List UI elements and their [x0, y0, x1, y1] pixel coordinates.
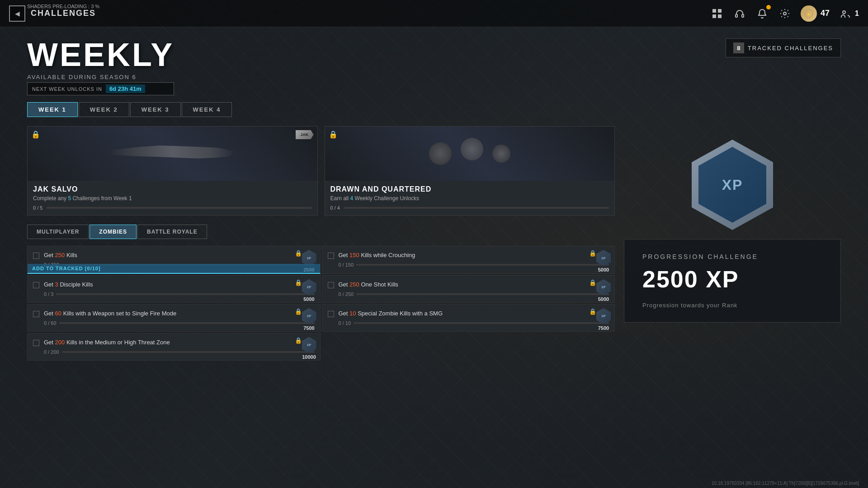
xp-medal: XP: [687, 140, 778, 230]
xp-badge-7: XP 10000: [302, 337, 316, 360]
tracked-count: 8: [733, 42, 744, 53]
xp-badge-2: XP 5000: [596, 250, 611, 272]
reward-desc-1: Complete any 5 Challenges from Week 1: [33, 195, 312, 202]
xp-amount-3: 5000: [303, 296, 314, 302]
reward-card-image-1: 🔒 JAK: [28, 127, 317, 181]
xp-hex-5: XP: [302, 308, 316, 324]
challenge-bar-6: [354, 322, 609, 324]
page-title: CHALLENGES: [31, 9, 96, 18]
settings-icon[interactable]: [778, 7, 792, 20]
reward-card-info-2: DRAWN AND QUARTERED Earn all 4 Weekly Ch…: [325, 181, 615, 215]
challenge-content-3: Get 3 Disciple Kills 0 / 3: [44, 281, 315, 297]
unlock-badge: NEXT WEEK UNLOCKS IN 6d 23h 41m: [27, 82, 174, 95]
tab-battle-royale[interactable]: BATTLE ROYALE: [137, 225, 207, 239]
challenge-checkbox-6[interactable]: [328, 311, 334, 317]
card-logo: JAK: [296, 130, 314, 139]
challenge-lock-5: 🔒: [295, 308, 302, 315]
challenge-content-4: Get 250 One Shot Kills 0 / 250: [339, 281, 609, 297]
right-panel: XP PROGRESSION CHALLENGE 2500 XP Progres…: [624, 126, 841, 361]
challenge-lock-3: 🔒: [295, 279, 302, 286]
challenge-item-7: Get 200 Kills in the Medium or High Thre…: [27, 333, 321, 361]
progression-title: PROGRESSION CHALLENGE: [642, 253, 822, 260]
xp-hex-2: XP: [596, 250, 611, 266]
lock-icon-1: 🔒: [31, 130, 40, 139]
notification-icon[interactable]: [755, 7, 769, 20]
add-to-tracked-btn[interactable]: ADD TO TRACKED [0/10]: [28, 264, 320, 273]
xp-display: ⚡ 47: [801, 5, 830, 22]
challenge-checkbox-2[interactable]: [328, 253, 334, 259]
progression-xp: 2500 XP: [642, 266, 822, 293]
challenge-item-3: Get 3 Disciple Kills 0 / 3 🔒 XP 5000: [27, 275, 321, 303]
progress-bar-1: [46, 207, 311, 209]
unlock-label: NEXT WEEK UNLOCKS IN: [32, 86, 102, 92]
reward-name-2: DRAWN AND QUARTERED: [330, 185, 609, 193]
reward-cards: 🔒 JAK JAK SALVO Complete any 5 Challenge…: [27, 126, 615, 216]
tab-week4[interactable]: WEEK 4: [182, 102, 232, 117]
challenge-bar-2: [356, 264, 609, 266]
xp-hex-4: XP: [596, 279, 611, 296]
challenge-content-6: Get 10 Special Zombie Kills with a SMG 0…: [339, 310, 609, 326]
challenge-checkbox-7[interactable]: [33, 340, 39, 346]
left-column: 🔒 JAK JAK SALVO Complete any 5 Challenge…: [27, 126, 615, 361]
mode-tabs: MULTIPLAYER ZOMBIES BATTLE ROYALE: [27, 225, 615, 239]
challenge-bar-4: [356, 293, 609, 295]
reward-card-jak-salvo: 🔒 JAK JAK SALVO Complete any 5 Challenge…: [27, 126, 318, 216]
challenge-lock-7: 🔒: [295, 337, 302, 344]
challenge-progress-4: 0 / 250: [339, 291, 609, 297]
challenge-title-2: Get 150 Kills while Crouching: [339, 252, 609, 259]
hexagon-outer: XP: [692, 140, 773, 230]
tab-zombies[interactable]: ZOMBIES: [90, 225, 137, 239]
challenge-grid: Get 250 Kills 0 / 250 🔒 XP 2500 ADD TO T…: [27, 246, 615, 361]
debug-text: 10.18.19750334 [86:162:11278+11:A] Th[72…: [712, 481, 859, 486]
progression-desc: Progression towards your Rank: [642, 302, 822, 309]
desc-suffix: Challenges from Week 1: [71, 195, 132, 202]
tab-week1[interactable]: WEEK 1: [27, 102, 78, 117]
challenge-checkbox-5[interactable]: [33, 311, 39, 317]
progress-label-2: 0 / 4: [330, 205, 340, 211]
xp-amount-6: 7500: [598, 325, 609, 331]
challenge-item-5: Get 60 Kills with a Weapon set to Single…: [27, 304, 321, 332]
notification-badge: [766, 5, 771, 9]
progression-card: PROGRESSION CHALLENGE 2500 XP Progressio…: [624, 239, 841, 323]
grid-icon[interactable]: [710, 7, 724, 20]
challenge-item-1: Get 250 Kills 0 / 250 🔒 XP 2500 ADD TO T…: [27, 246, 321, 274]
xp-amount-4: 5000: [598, 296, 609, 302]
friends-display: 1: [839, 7, 859, 20]
back-button[interactable]: [9, 5, 25, 22]
lock-icon-2: 🔒: [329, 130, 338, 139]
challenge-content-7: Get 200 Kills in the Medium or High Thre…: [44, 339, 315, 355]
challenge-bar-7: [62, 351, 315, 353]
challenge-checkbox-3[interactable]: [33, 282, 39, 288]
tab-week2[interactable]: WEEK 2: [79, 102, 129, 117]
weekly-title: WEEKLY: [27, 38, 174, 71]
tracked-label: TRACKED CHALLENGES: [748, 45, 833, 52]
xp-hex-3: XP: [302, 279, 316, 296]
tracked-info[interactable]: 8 TRACKED CHALLENGES: [726, 38, 841, 57]
season-info: AVAILABLE DURING SEASON 6 NEXT WEEK UNLO…: [27, 74, 174, 95]
challenge-content-5: Get 60 Kills with a Weapon set to Single…: [44, 310, 315, 326]
challenge-bar-5: [59, 322, 315, 324]
challenge-bar-3: [56, 293, 314, 295]
top-bar: CHALLENGES SHADERS PRE-LOADING : 3 %: [0, 0, 868, 27]
challenge-checkbox-1[interactable]: [33, 253, 39, 259]
progress-bar-2: [344, 207, 609, 209]
svg-rect-1: [718, 9, 722, 13]
tab-multiplayer[interactable]: MULTIPLAYER: [27, 225, 89, 239]
svg-rect-2: [712, 14, 716, 18]
main-layout: 🔒 JAK JAK SALVO Complete any 5 Challenge…: [0, 126, 868, 361]
desc-prefix: Complete any: [33, 195, 68, 202]
xp-hex-7: XP: [302, 337, 316, 353]
xp-badge-5: XP 7500: [302, 308, 316, 331]
reward-name-1: JAK SALVO: [33, 185, 312, 193]
challenge-checkbox-4[interactable]: [328, 282, 334, 288]
challenge-lock-1: 🔒: [295, 250, 302, 257]
svg-text:⚡: ⚡: [807, 12, 811, 16]
tab-week3[interactable]: WEEK 3: [130, 102, 181, 117]
challenge-item-empty: [322, 333, 615, 361]
friends-icon[interactable]: [839, 7, 852, 20]
headphone-icon[interactable]: [733, 7, 746, 20]
svg-rect-0: [712, 9, 716, 13]
xp-medal-text: XP: [722, 177, 743, 193]
challenge-lock-2: 🔒: [589, 250, 596, 257]
shaders-preload-text: SHADERS PRE-LOADING : 3 %: [27, 4, 99, 9]
